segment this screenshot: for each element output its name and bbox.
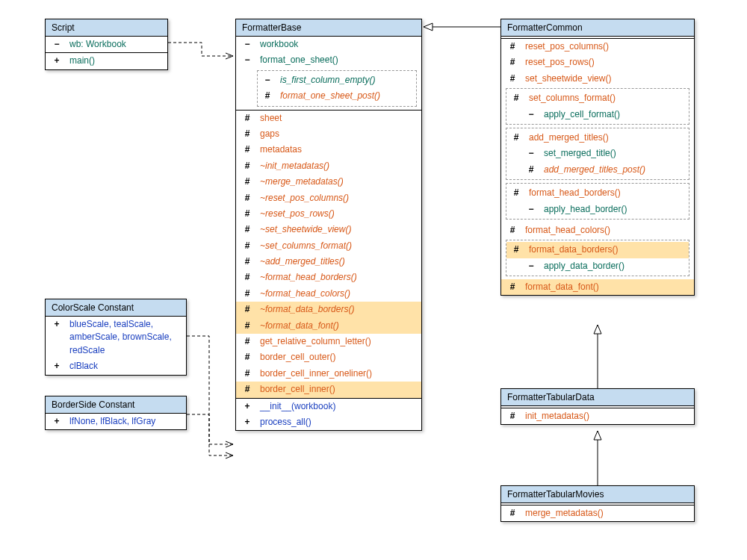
class-member: + clBlack xyxy=(46,358,186,374)
class-member: # merge_metadatas() xyxy=(501,505,694,521)
class-member: #border_cell_inner_oneliner() xyxy=(236,366,421,382)
nested-group: #format_data_borders()−apply_data_border… xyxy=(506,240,689,276)
class-member: #format_one_sheet_post() xyxy=(258,88,416,104)
class-member: + main() xyxy=(46,53,167,69)
class-member: −set_merged_title() xyxy=(506,146,689,161)
class-member: − wb: Workbook xyxy=(46,37,167,52)
class-member: −workbook xyxy=(236,37,421,52)
class-member: #format_data_font() xyxy=(501,279,694,295)
class-member: +__init__(workbook) xyxy=(236,399,421,414)
class-member: #format_data_borders() xyxy=(506,242,689,258)
class-member: #~init_metadatas() xyxy=(236,158,421,174)
class-member: + blueScale, tealScale, amberScale, brow… xyxy=(46,317,186,358)
class-member: #sheet xyxy=(236,111,421,126)
class-title: ColorScale Constant xyxy=(46,299,186,317)
class-title: BorderSide Constant xyxy=(46,396,186,414)
class-member: #~reset_pos_columns() xyxy=(236,190,421,206)
class-member: #add_merged_titles_post() xyxy=(506,162,689,178)
class-member: #~set_sheetwide_view() xyxy=(236,222,421,237)
class-member: #border_cell_inner() xyxy=(236,382,421,397)
class-title: FormatterCommon xyxy=(501,19,694,37)
class-member: #~format_head_colors() xyxy=(236,286,421,302)
class-script: Script − wb: Workbook + main() xyxy=(45,19,168,70)
class-member: −apply_data_border() xyxy=(506,258,689,274)
class-borderside: BorderSide Constant + lfNone, lfBlack, l… xyxy=(45,396,187,430)
nested-group: #format_head_borders()−apply_head_border… xyxy=(506,183,689,220)
class-member: #set_sheetwide_view() xyxy=(501,71,694,87)
class-member: #~add_merged_titles() xyxy=(236,254,421,270)
class-member: −apply_head_border() xyxy=(506,202,689,217)
class-title: FormatterTabularData xyxy=(501,389,694,406)
class-colorscale: ColorScale Constant + blueScale, tealSca… xyxy=(45,299,187,376)
class-formattertabulardata: FormatterTabularData # init_metadatas() xyxy=(500,388,695,425)
class-member: #set_columns_format() xyxy=(506,90,689,106)
nested-group: #add_merged_titles()−set_merged_title()#… xyxy=(506,128,689,180)
class-member: #reset_pos_rows() xyxy=(501,55,694,70)
class-member: #~set_columns_format() xyxy=(236,238,421,254)
nested-members: −is_first_column_empty()#format_one_shee… xyxy=(257,70,417,107)
class-member: #~format_head_borders() xyxy=(236,270,421,285)
class-formattercommon: FormatterCommon #reset_pos_columns()#res… xyxy=(500,19,695,296)
class-member: #reset_pos_columns() xyxy=(501,39,694,55)
class-member: #metadatas xyxy=(236,142,421,158)
class-member: #border_cell_outer() xyxy=(236,349,421,365)
class-member: #~merge_metadatas() xyxy=(236,174,421,190)
class-formattertabularmovies: FormatterTabularMovies # merge_metadatas… xyxy=(500,485,695,522)
nested-group: #set_columns_format()−apply_cell_format(… xyxy=(506,88,689,125)
class-member: −format_one_sheet() xyxy=(236,52,421,68)
class-member: # init_metadatas() xyxy=(501,408,694,424)
class-member: #format_head_colors() xyxy=(501,223,694,238)
class-member: + lfNone, lfBlack, lfGray xyxy=(46,414,186,429)
class-member: −apply_cell_format() xyxy=(506,107,689,122)
class-member: −is_first_column_empty() xyxy=(258,72,416,88)
class-formatterbase: FormatterBase −workbook−format_one_sheet… xyxy=(235,19,422,431)
class-title: FormatterTabularMovies xyxy=(501,486,694,503)
class-member: #~reset_pos_rows() xyxy=(236,206,421,222)
class-member: #add_merged_titles() xyxy=(506,130,689,146)
class-member: #format_head_borders() xyxy=(506,185,689,201)
class-member: #gaps xyxy=(236,126,421,142)
class-title: FormatterBase xyxy=(236,19,421,37)
class-member: #get_relative_column_letter() xyxy=(236,334,421,349)
class-member: +process_all() xyxy=(236,414,421,430)
class-member: #~format_data_font() xyxy=(236,318,421,334)
class-member: #~format_data_borders() xyxy=(236,302,421,317)
class-title: Script xyxy=(46,19,167,37)
diagram-canvas: Script − wb: Workbook + main() ColorScal… xyxy=(0,0,747,560)
